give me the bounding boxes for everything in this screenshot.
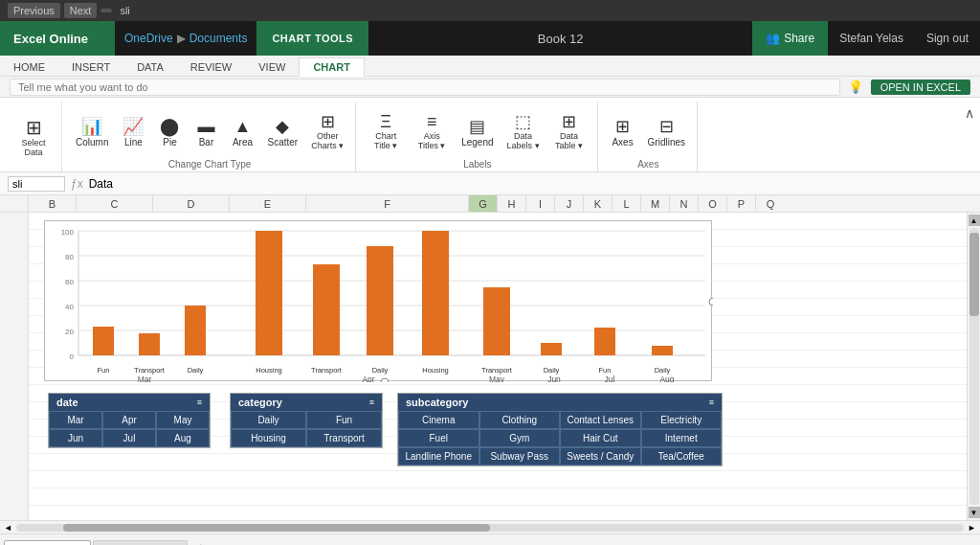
tab-chart[interactable]: CHART: [299, 57, 365, 77]
subcat-haircut[interactable]: Hair Cut: [560, 429, 641, 447]
category-filter-icon[interactable]: ≡: [369, 397, 374, 407]
subcat-clothing[interactable]: Clothing: [479, 411, 561, 429]
subcat-sweets[interactable]: Sweets / Candy: [560, 447, 641, 466]
subcat-electricity[interactable]: Electricity: [641, 411, 723, 429]
name-box[interactable]: [8, 176, 65, 192]
date-cell-may[interactable]: May: [156, 411, 210, 429]
scroll-left-btn[interactable]: ◄: [4, 523, 12, 533]
scroll-thumb[interactable]: [969, 233, 979, 316]
date-cell-mar[interactable]: Mar: [49, 411, 102, 429]
area-label: Area: [233, 137, 253, 148]
bar-daily-mar[interactable]: [185, 306, 206, 355]
cat-cell-transport[interactable]: Transport: [306, 429, 382, 447]
add-sheet-button[interactable]: +: [189, 537, 212, 545]
vertical-scrollbar[interactable]: ▲ ▼: [967, 213, 980, 520]
data-table-button[interactable]: ⊞ DataTable ▾: [547, 109, 591, 155]
tab-dashboard[interactable]: Dashboard: [4, 540, 91, 545]
scroll-right-btn[interactable]: ►: [968, 523, 976, 533]
chart-svg: 100 80 60 40 20 0 Fun Transport Daily: [45, 221, 713, 382]
area-icon: ▲: [234, 118, 252, 135]
options-button[interactable]: [100, 9, 112, 12]
subcat-teacoffee[interactable]: Tea/Coffee: [641, 447, 723, 466]
prev-button[interactable]: Previous: [8, 3, 60, 18]
cat-cell-housing[interactable]: Housing: [231, 429, 306, 447]
svg-text:Daily: Daily: [188, 366, 204, 375]
bar-transport-mar[interactable]: [139, 333, 160, 355]
select-data-button[interactable]: ⊞ SelectData: [11, 114, 56, 162]
next-button[interactable]: Next: [64, 3, 98, 18]
tab-view[interactable]: VIEW: [245, 58, 299, 76]
subcat-internet[interactable]: Internet: [641, 429, 723, 447]
chart-container[interactable]: 100 80 60 40 20 0 Fun Transport Daily: [44, 220, 712, 381]
date-cell-apr[interactable]: Apr: [102, 411, 156, 429]
scroll-down-btn[interactable]: ▼: [969, 507, 980, 518]
ribbon-group-chart-type: 📊 Column 📈 Line ⬤ Pie ▬ Bar ▲ Area ◆ Sca: [64, 102, 356, 171]
axis-titles-button[interactable]: ≡ AxisTitles ▾: [410, 109, 454, 155]
tab-home[interactable]: HOME: [0, 58, 58, 76]
bar-transport-apr[interactable]: [313, 264, 340, 355]
bar-chart-button[interactable]: ▬ Bar: [189, 114, 223, 151]
subcat-subway[interactable]: Subway Pass: [479, 447, 561, 466]
area-chart-button[interactable]: ▲ Area: [225, 114, 259, 151]
other-charts-button[interactable]: ⊞ OtherCharts ▾: [305, 109, 349, 155]
bar-fun-mar[interactable]: [93, 327, 114, 355]
bar-daily-aug[interactable]: [652, 346, 673, 355]
bar-daily-jun[interactable]: [541, 343, 562, 355]
tell-me-input[interactable]: [10, 79, 840, 96]
subcat-fuel[interactable]: Fuel: [398, 429, 479, 447]
tell-me-area: 💡 OPEN IN EXCEL: [0, 77, 980, 98]
date-cell-jul[interactable]: Jul: [102, 429, 156, 447]
data-labels-button[interactable]: ⬚ DataLabels ▾: [501, 109, 546, 155]
bar-fun-jul[interactable]: [594, 328, 615, 355]
browser-bar: Previous Next sli: [0, 0, 980, 21]
collapse-icon[interactable]: ∧: [965, 105, 974, 121]
date-filter-icon[interactable]: ≡: [197, 397, 202, 407]
bar-daily-apr[interactable]: [367, 246, 393, 355]
subcat-landline[interactable]: Landline Phone: [398, 447, 479, 466]
formula-input[interactable]: [89, 177, 972, 191]
bar-housing-mar[interactable]: [256, 231, 282, 355]
scatter-chart-button[interactable]: ◆ Scatter: [261, 114, 303, 151]
breadcrumb-onedrive[interactable]: OneDrive: [124, 32, 173, 45]
scroll-up-btn[interactable]: ▲: [969, 215, 980, 226]
horizontal-scrollbar[interactable]: ◄ ►: [0, 520, 980, 534]
bar-transport-may[interactable]: [483, 287, 510, 355]
date-filter-table: date ≡ Mar Apr May Jun Jul Aug: [48, 393, 211, 448]
browser-nav[interactable]: Previous Next: [8, 3, 112, 18]
legend-button[interactable]: ▤ Legend: [456, 114, 499, 151]
axes-label: Axes: [612, 137, 633, 148]
line-chart-button[interactable]: 📈 Line: [116, 114, 150, 151]
gridlines-button[interactable]: ⊟ Gridlines: [642, 114, 691, 151]
subcat-contact-lenses[interactable]: Contact Lenses: [560, 411, 641, 429]
subcategory-filter-icon[interactable]: ≡: [709, 397, 714, 407]
column-chart-button[interactable]: 📊 Column: [70, 114, 114, 151]
axes-button[interactable]: ⊞ Axes: [606, 114, 640, 151]
chart-handle-right[interactable]: [709, 298, 713, 306]
tab-review[interactable]: REVIEW: [177, 58, 245, 76]
share-button[interactable]: 👥 Share: [752, 21, 828, 56]
cat-cell-daily[interactable]: Daily: [231, 411, 306, 429]
cat-cell-fun[interactable]: Fun: [306, 411, 382, 429]
chart-handle-bottom[interactable]: [381, 378, 389, 382]
subcat-cinema[interactable]: Cinema: [398, 411, 479, 429]
chart-title-button[interactable]: Ξ ChartTitle ▾: [364, 109, 408, 155]
tab-expense-log[interactable]: Expense Log: [93, 540, 187, 545]
svg-text:Mar: Mar: [138, 375, 152, 382]
pie-chart-button[interactable]: ⬤ Pie: [152, 114, 187, 151]
breadcrumb-documents[interactable]: Documents: [189, 32, 248, 45]
ribbon-tabs: HOME INSERT DATA REVIEW VIEW CHART: [0, 56, 980, 77]
tab-data[interactable]: DATA: [123, 58, 177, 76]
svg-text:Housing: Housing: [256, 366, 282, 375]
date-cell-aug[interactable]: Aug: [156, 429, 210, 447]
ribbon-collapse[interactable]: ∧: [965, 102, 974, 171]
subcat-gym[interactable]: Gym: [479, 429, 561, 447]
open-in-excel-button[interactable]: OPEN IN EXCEL: [871, 79, 970, 95]
h-scroll-thumb[interactable]: [63, 524, 490, 532]
category-filter-header: category ≡: [231, 394, 382, 411]
tab-insert[interactable]: INSERT: [58, 58, 123, 76]
signout-button[interactable]: Sign out: [915, 32, 980, 45]
date-cell-jun[interactable]: Jun: [49, 429, 102, 447]
bar-housing-apr[interactable]: [422, 231, 449, 355]
h-scroll-track: [16, 524, 964, 532]
column-label: Column: [76, 137, 108, 148]
